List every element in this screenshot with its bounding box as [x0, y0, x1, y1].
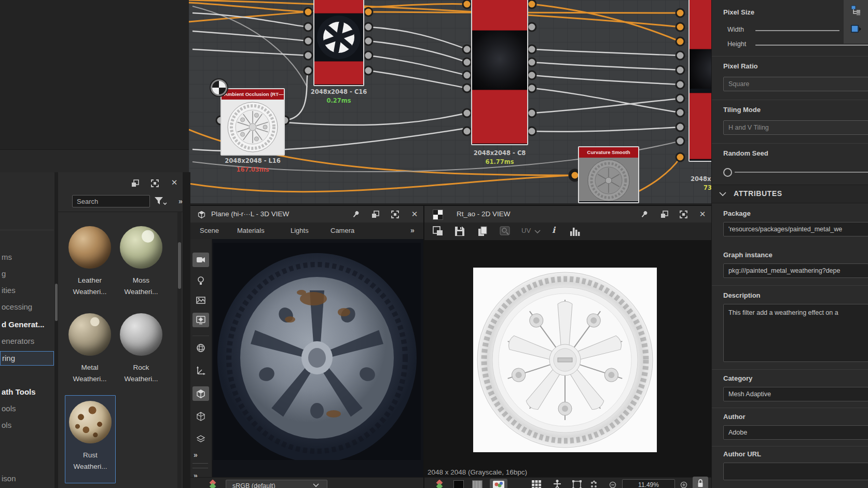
colorspace-dropdown[interactable]: sRGB (default) [226, 480, 327, 488]
view3d-bottombar: sRGB (default) [190, 477, 423, 488]
environment-image-button[interactable] [192, 293, 209, 308]
transform-frame-icon[interactable] [572, 480, 582, 488]
maximize-icon[interactable] [679, 210, 688, 219]
menu-scene[interactable]: Scene [200, 222, 219, 239]
zoom-in-icon[interactable] [680, 481, 687, 488]
new-view-icon[interactable] [432, 226, 444, 237]
float-window-icon[interactable] [131, 179, 140, 188]
camera-view-button[interactable] [192, 253, 209, 267]
sidebar-item[interactable]: g [0, 267, 56, 281]
library-scrollbar[interactable] [177, 212, 182, 488]
menu-camera[interactable]: Camera [330, 222, 354, 239]
pixel-dots-icon[interactable] [589, 480, 599, 488]
uv-mode-label[interactable]: UV [521, 227, 531, 234]
background-black-swatch[interactable] [453, 480, 464, 488]
chevron-down-icon[interactable] [534, 230, 541, 234]
view3d-menubar: Scene Materials Lights Camera » [190, 222, 423, 240]
float-window-icon[interactable] [660, 210, 669, 219]
zoom-out-icon[interactable] [609, 481, 616, 488]
background-panel [0, 0, 189, 172]
library-material-moss-weathering[interactable]: Moss Weatheri... [114, 222, 169, 305]
close-icon[interactable]: ✕ [698, 210, 707, 218]
light-button[interactable] [192, 273, 209, 288]
background-gray-swatch[interactable] [472, 480, 483, 488]
material-name: Weatheri... [62, 286, 117, 297]
library-panel: ✕ » Leather Weatheri... Moss Weatheri...… [58, 172, 183, 488]
close-icon[interactable]: ✕ [170, 178, 178, 187]
package-field[interactable]: 'resources/packages/painted_metal_we [723, 222, 868, 236]
random-seed-knob[interactable] [723, 168, 732, 177]
display-settings-button[interactable] [192, 313, 209, 327]
sidebar-item[interactable]: ols [0, 419, 56, 432]
wireframe-globe-button[interactable] [192, 341, 209, 355]
menu-materials[interactable]: Materials [237, 222, 265, 239]
toolbar-collapse-icon[interactable]: » [194, 451, 198, 459]
rgb-channels-button[interactable] [490, 479, 507, 488]
node-curvature-smooth[interactable]: Curvature Smooth [578, 146, 639, 203]
transform-image-icon[interactable] [499, 226, 512, 237]
histogram-icon[interactable] [569, 226, 581, 237]
filter-icon[interactable] [154, 196, 167, 206]
lock-zoom-button[interactable] [693, 477, 708, 488]
tiling-mode-dropdown[interactable]: H and V Tiling [723, 120, 868, 135]
view3d-viewport[interactable] [212, 239, 423, 477]
info-icon[interactable]: i [552, 225, 555, 235]
sidebar-item[interactable]: ison [0, 472, 56, 485]
zoom-level-field[interactable]: 11.49% [622, 479, 675, 488]
colorspace-icon[interactable] [435, 480, 444, 488]
tiling-grid-icon[interactable] [531, 480, 542, 488]
graph-instance-field[interactable]: pkg:///painted_metal_weathering?depe [723, 263, 868, 278]
maximize-icon[interactable] [391, 210, 399, 219]
sidebar-item[interactable]: ocessing [0, 300, 56, 314]
sidebar-item[interactable]: ities [0, 284, 56, 297]
mannequin-icon[interactable] [552, 479, 562, 488]
copy-icon[interactable] [476, 225, 489, 238]
view2d-toolbar: UV i [424, 222, 712, 241]
transform-axis-button[interactable] [192, 364, 209, 378]
width-slider[interactable] [755, 30, 839, 31]
attributes-section-header[interactable]: ATTRIBUTES [712, 185, 868, 203]
height-slider[interactable] [755, 45, 868, 46]
library-material-metal-weathering[interactable]: Metal Weatheri... [62, 309, 117, 392]
view2d-viewport[interactable]: 2048 x 2048 (Grayscale, 16bpc) [424, 240, 712, 477]
float-window-icon[interactable] [371, 210, 380, 219]
description-field[interactable]: This filter add a weathering effect on a [723, 304, 868, 362]
category-field[interactable]: Mesh Adaptive [723, 387, 868, 401]
library-material-rock-weathering[interactable]: Rock Weatheri... [114, 309, 169, 392]
pin-icon[interactable] [641, 211, 649, 218]
random-seed-slider[interactable] [735, 172, 868, 173]
close-icon[interactable]: ✕ [410, 210, 419, 218]
sidebar-item[interactable]: enerators [0, 334, 56, 348]
search-input[interactable] [72, 195, 150, 207]
sidebar-item[interactable]: ools [0, 402, 56, 415]
toolbar-grip[interactable] [192, 463, 208, 468]
parent-size-tree-icon[interactable] [851, 5, 861, 16]
link-width-height-icon[interactable] [850, 24, 863, 34]
sidebar-scrollbar[interactable] [54, 172, 58, 488]
author-url-field[interactable] [723, 463, 868, 480]
pin-icon[interactable] [352, 211, 360, 218]
author-field[interactable]: Adobe [723, 425, 868, 440]
layers-button[interactable] [192, 432, 209, 447]
library-category-list: ms g ities ocessing d Generat... enerato… [0, 172, 58, 488]
node-blend[interactable] [313, 0, 364, 86]
sidebar-item[interactable]: ath Tools [0, 385, 56, 399]
wheel-thumbnail [222, 100, 284, 155]
library-more-icon[interactable]: » [178, 197, 183, 205]
sidebar-item-weathering-selected[interactable]: ring [0, 351, 54, 366]
view2d-header[interactable]: Rt_ao - 2D VIEW ✕ [424, 206, 711, 223]
sidebar-item[interactable]: ms [0, 250, 56, 264]
save-icon[interactable] [453, 225, 466, 238]
solid-cube-button[interactable] [192, 386, 209, 401]
node-c8[interactable] [471, 0, 528, 145]
library-material-leather-weathering[interactable]: Leather Weatheri... [62, 222, 117, 305]
menu-lights[interactable]: Lights [291, 222, 309, 239]
node-ambient-occlusion[interactable]: Ambient Occlusion (RT— [221, 88, 285, 156]
sidebar-item[interactable]: d Generat... [0, 318, 56, 331]
library-material-rust-weathering-selected[interactable]: Rust Weatheri... [65, 395, 116, 483]
wireframe-cube-button[interactable] [192, 409, 209, 424]
menu-more-icon[interactable]: » [410, 226, 415, 234]
maximize-icon[interactable] [150, 179, 159, 188]
view3d-header[interactable]: Plane (hi-r···L - 3D VIEW ✕ [190, 206, 423, 223]
pixel-ratio-dropdown[interactable]: Square [723, 77, 868, 91]
